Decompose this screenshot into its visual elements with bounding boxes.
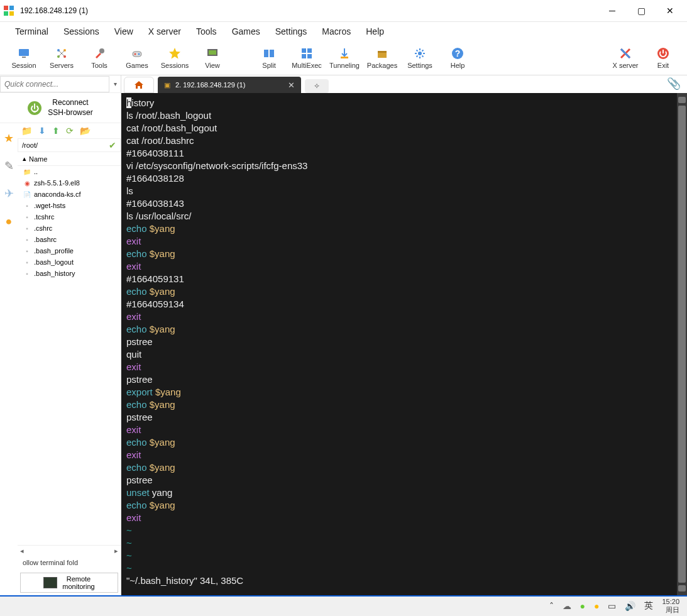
terminal-line: vi /etc/sysconfig/network-scripts/ifcfg-… [126, 160, 682, 172]
servers-icon [55, 47, 69, 60]
toolbar-tools[interactable]: Tools [80, 47, 118, 69]
scroll-thumb[interactable] [678, 106, 686, 583]
taskbar-clock[interactable]: 15:20 周日 [662, 598, 679, 613]
attachment-icon[interactable]: 📎 [661, 74, 687, 93]
svg-rect-0 [4, 6, 8, 10]
toolbar-games[interactable]: Games [118, 47, 156, 69]
menu-games[interactable]: Games [224, 24, 268, 39]
terminal-line: ls /root/.bash_logout [126, 109, 682, 122]
scroll-up-icon[interactable] [678, 97, 686, 103]
terminal-line: ~ [126, 549, 682, 562]
toolbar-view[interactable]: View [194, 47, 231, 69]
refresh-icon[interactable]: ⟳ [66, 126, 74, 136]
menu-tools[interactable]: Tools [189, 24, 224, 39]
multi-icon [300, 47, 314, 60]
globe-icon[interactable]: ● [0, 212, 18, 230]
file-item[interactable]: ▪.tcshrc [18, 211, 121, 223]
macro-icon[interactable]: ✈ [0, 185, 18, 202]
terminal-line: ls [126, 185, 682, 197]
quick-connect-input[interactable] [0, 76, 109, 92]
file-item[interactable]: ▪.bash_profile [18, 245, 121, 256]
svg-point-13 [138, 53, 140, 55]
file-icon: ▪ [23, 269, 31, 278]
home-tab[interactable] [124, 77, 154, 93]
scroll-down-icon[interactable] [678, 585, 686, 591]
file-item[interactable]: ▪.cshrc [18, 223, 121, 234]
maximize-button[interactable]: ▢ [627, 1, 656, 21]
close-button[interactable]: ✕ [656, 1, 684, 21]
menu-terminal[interactable]: Terminal [8, 24, 56, 39]
terminal-line: exit [126, 361, 682, 373]
toolbar: SessionServersToolsGamesSessionsViewSpli… [0, 41, 687, 75]
file-item[interactable]: ▪.bash_history [18, 268, 121, 279]
new-tab-button[interactable]: ✧ [305, 79, 329, 93]
minimize-button[interactable]: ─ [598, 1, 627, 21]
menu-sessions[interactable]: Sessions [56, 24, 107, 39]
toolbar-split[interactable]: Split [250, 47, 288, 69]
tray-app-icon[interactable]: ● [594, 601, 599, 611]
reconnect-button[interactable]: ⏻ Reconnect SSH-browser [0, 93, 121, 123]
session-tab[interactable]: ▣ 2. 192.168.248.129 (1) ✕ [158, 77, 301, 93]
file-item[interactable]: ▪.bashrc [18, 234, 121, 245]
toolbar-servers[interactable]: Servers [43, 47, 80, 69]
tools-icon [92, 47, 106, 60]
tray-battery-icon[interactable]: ▭ [608, 601, 616, 611]
tray-wechat-icon[interactable]: ● [580, 601, 585, 611]
follow-terminal-label[interactable]: ollow terminal fold [18, 556, 121, 570]
toolbar-packages[interactable]: Packages [363, 47, 401, 69]
terminal-line: exit [126, 449, 682, 461]
toolbar-session[interactable]: Session [5, 47, 43, 69]
file-icon: ▪ [23, 235, 31, 244]
svg-rect-21 [307, 54, 312, 58]
menu-x-server[interactable]: X server [141, 24, 189, 39]
download-icon[interactable]: ⬇ [38, 126, 46, 136]
file-icon: ▪ [23, 258, 31, 267]
file-item[interactable]: 📄anaconda-ks.cf [18, 189, 121, 200]
titlebar: 192.168.248.129 (1) ─ ▢ ✕ [0, 0, 687, 22]
svg-rect-16 [264, 50, 268, 57]
tray-volume-icon[interactable]: 🔊 [625, 601, 635, 611]
tray-chevron-icon[interactable]: ˄ [549, 601, 554, 611]
toolbar-multiexec[interactable]: MultiExec [288, 47, 326, 69]
terminal-scrollbar[interactable] [677, 93, 687, 595]
toolbar-x server[interactable]: X server [607, 47, 644, 69]
menubar: TerminalSessionsViewX serverToolsGamesSe… [0, 22, 687, 41]
path-input[interactable] [22, 141, 109, 149]
toolbar-settings[interactable]: Settings [401, 47, 439, 69]
remote-monitoring-button[interactable]: Remote monitoring [20, 573, 118, 593]
folder-icon[interactable]: 📁 [21, 126, 32, 136]
favorites-icon[interactable]: ★ [0, 129, 18, 147]
tab-close-icon[interactable]: ✕ [288, 80, 295, 90]
terminal-line: export $yang [126, 386, 682, 399]
file-list-header[interactable]: ▴ Name [18, 152, 121, 166]
horizontal-scrollbar[interactable]: ◂▸ [18, 545, 121, 556]
tools-icon[interactable]: ✎ [0, 157, 18, 175]
toolbar-help[interactable]: ?Help [439, 47, 476, 69]
svg-rect-5 [22, 57, 26, 58]
svg-rect-19 [307, 48, 312, 53]
file-item[interactable]: ▪.wget-hsts [18, 200, 121, 211]
terminal-line: echo $yang [126, 436, 682, 449]
terminal-line: pstree [126, 336, 682, 348]
new-folder-icon[interactable]: 📂 [80, 126, 91, 136]
menu-macros[interactable]: Macros [314, 24, 358, 39]
file-item[interactable]: ◉zsh-5.5.1-9.el8 [18, 177, 121, 189]
file-item[interactable]: ▪.bash_logout [18, 256, 121, 268]
file-icon: 📁 [23, 167, 31, 176]
toolbar-tunneling[interactable]: Tunneling [326, 47, 363, 69]
terminal[interactable]: historyls /root/.bash_logoutcat /root/.b… [121, 93, 687, 595]
terminal-line: pstree [126, 474, 682, 487]
split-icon [262, 47, 276, 60]
menu-help[interactable]: Help [358, 24, 392, 39]
toolbar-exit[interactable]: Exit [644, 47, 682, 69]
file-item[interactable]: 📁.. [18, 166, 121, 177]
tray-ime-label[interactable]: 英 [644, 600, 653, 612]
terminal-line: cat /root/.bashrc [126, 135, 682, 147]
menu-settings[interactable]: Settings [268, 24, 315, 39]
upload-icon[interactable]: ⬆ [52, 126, 60, 136]
menu-view[interactable]: View [107, 24, 141, 39]
tray-cloud-icon[interactable]: ☁ [563, 601, 571, 611]
toolbar-sessions[interactable]: Sessions [156, 47, 194, 69]
quick-connect-dropdown-icon[interactable]: ▾ [109, 80, 121, 87]
window-title: 192.168.248.129 (1) [20, 6, 598, 15]
